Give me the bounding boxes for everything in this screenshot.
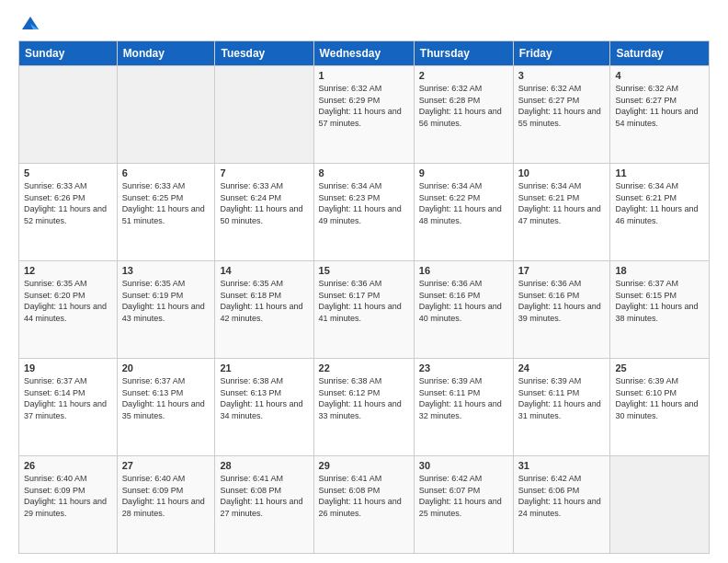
weekday-header-saturday: Saturday [610,41,710,66]
day-number: 25 [615,362,704,373]
header [18,15,710,31]
day-info: Sunrise: 6:39 AMSunset: 6:11 PMDaylight:… [518,376,601,420]
day-number: 20 [122,362,210,373]
day-number: 21 [220,362,308,373]
day-number: 9 [419,167,508,178]
day-number: 5 [24,167,112,178]
day-cell: 24 Sunrise: 6:39 AMSunset: 6:11 PMDaylig… [513,359,610,456]
day-cell: 14 Sunrise: 6:35 AMSunset: 6:18 PMDaylig… [215,261,313,359]
day-number: 27 [122,460,210,471]
day-cell: 27 Sunrise: 6:40 AMSunset: 6:09 PMDaylig… [117,456,215,554]
day-info: Sunrise: 6:33 AMSunset: 6:24 PMDaylight:… [220,181,302,225]
day-cell: 11 Sunrise: 6:34 AMSunset: 6:21 PMDaylig… [610,164,710,261]
day-info: Sunrise: 6:40 AMSunset: 6:09 PMDaylight:… [122,474,205,518]
day-number: 13 [122,265,210,276]
day-number: 4 [615,70,704,81]
day-number: 19 [24,362,112,373]
weekday-header-monday: Monday [117,41,215,66]
day-cell: 5 Sunrise: 6:33 AMSunset: 6:26 PMDayligh… [19,164,118,261]
day-cell: 6 Sunrise: 6:33 AMSunset: 6:25 PMDayligh… [117,164,215,261]
day-cell: 28 Sunrise: 6:41 AMSunset: 6:08 PMDaylig… [215,456,313,554]
day-info: Sunrise: 6:42 AMSunset: 6:06 PMDaylight:… [518,474,601,518]
day-info: Sunrise: 6:38 AMSunset: 6:12 PMDaylight:… [319,376,402,420]
day-info: Sunrise: 6:40 AMSunset: 6:09 PMDaylight:… [24,474,107,518]
day-number: 29 [319,460,409,471]
day-cell: 30 Sunrise: 6:42 AMSunset: 6:07 PMDaylig… [414,456,513,554]
day-number: 22 [319,362,409,373]
day-info: Sunrise: 6:34 AMSunset: 6:23 PMDaylight:… [319,181,402,225]
weekday-header-sunday: Sunday [19,41,118,66]
day-info: Sunrise: 6:39 AMSunset: 6:11 PMDaylight:… [419,376,502,420]
day-cell: 23 Sunrise: 6:39 AMSunset: 6:11 PMDaylig… [414,359,513,456]
day-cell: 8 Sunrise: 6:34 AMSunset: 6:23 PMDayligh… [313,164,414,261]
day-cell: 29 Sunrise: 6:41 AMSunset: 6:08 PMDaylig… [313,456,414,554]
day-number: 15 [319,265,409,276]
day-cell: 12 Sunrise: 6:35 AMSunset: 6:20 PMDaylig… [19,261,118,359]
weekday-header-friday: Friday [513,41,610,66]
day-number: 24 [518,362,606,373]
day-number: 2 [419,70,508,81]
day-cell: 9 Sunrise: 6:34 AMSunset: 6:22 PMDayligh… [414,164,513,261]
day-cell: 13 Sunrise: 6:35 AMSunset: 6:19 PMDaylig… [117,261,215,359]
svg-marker-0 [22,17,39,29]
day-number: 18 [615,265,704,276]
day-number: 11 [615,167,704,178]
day-cell: 3 Sunrise: 6:32 AMSunset: 6:27 PMDayligh… [513,66,610,164]
day-info: Sunrise: 6:36 AMSunset: 6:16 PMDaylight:… [419,279,502,323]
day-cell: 26 Sunrise: 6:40 AMSunset: 6:09 PMDaylig… [19,456,118,554]
day-cell: 20 Sunrise: 6:37 AMSunset: 6:13 PMDaylig… [117,359,215,456]
day-cell: 1 Sunrise: 6:32 AMSunset: 6:29 PMDayligh… [313,66,414,164]
day-info: Sunrise: 6:37 AMSunset: 6:14 PMDaylight:… [24,376,107,420]
weekday-header-thursday: Thursday [414,41,513,66]
day-info: Sunrise: 6:35 AMSunset: 6:18 PMDaylight:… [220,279,302,323]
logo [18,15,40,31]
day-number: 12 [24,265,112,276]
day-info: Sunrise: 6:37 AMSunset: 6:15 PMDaylight:… [615,279,698,323]
day-info: Sunrise: 6:34 AMSunset: 6:22 PMDaylight:… [419,181,502,225]
page: SundayMondayTuesdayWednesdayThursdayFrid… [0,0,728,563]
day-number: 28 [220,460,308,471]
day-info: Sunrise: 6:39 AMSunset: 6:10 PMDaylight:… [615,376,698,420]
day-number: 30 [419,460,508,471]
day-cell: 17 Sunrise: 6:36 AMSunset: 6:16 PMDaylig… [513,261,610,359]
day-info: Sunrise: 6:32 AMSunset: 6:27 PMDaylight:… [615,84,698,128]
day-number: 17 [518,265,606,276]
day-number: 16 [419,265,508,276]
logo-text [18,15,40,31]
week-row-1: 1 Sunrise: 6:32 AMSunset: 6:29 PMDayligh… [19,66,710,164]
day-number: 7 [220,167,308,178]
day-info: Sunrise: 6:36 AMSunset: 6:17 PMDaylight:… [319,279,402,323]
day-info: Sunrise: 6:33 AMSunset: 6:26 PMDaylight:… [24,181,107,225]
weekday-header-wednesday: Wednesday [313,41,414,66]
week-row-2: 5 Sunrise: 6:33 AMSunset: 6:26 PMDayligh… [19,164,710,261]
day-info: Sunrise: 6:38 AMSunset: 6:13 PMDaylight:… [220,376,302,420]
day-info: Sunrise: 6:42 AMSunset: 6:07 PMDaylight:… [419,474,502,518]
weekday-header-tuesday: Tuesday [215,41,313,66]
day-info: Sunrise: 6:36 AMSunset: 6:16 PMDaylight:… [518,279,601,323]
day-cell: 2 Sunrise: 6:32 AMSunset: 6:28 PMDayligh… [414,66,513,164]
day-info: Sunrise: 6:35 AMSunset: 6:20 PMDaylight:… [24,279,107,323]
day-info: Sunrise: 6:35 AMSunset: 6:19 PMDaylight:… [122,279,205,323]
day-cell: 25 Sunrise: 6:39 AMSunset: 6:10 PMDaylig… [610,359,710,456]
day-cell [19,66,118,164]
day-cell: 19 Sunrise: 6:37 AMSunset: 6:14 PMDaylig… [19,359,118,456]
day-cell: 31 Sunrise: 6:42 AMSunset: 6:06 PMDaylig… [513,456,610,554]
day-info: Sunrise: 6:32 AMSunset: 6:29 PMDaylight:… [319,84,402,128]
day-info: Sunrise: 6:41 AMSunset: 6:08 PMDaylight:… [319,474,402,518]
day-number: 26 [24,460,112,471]
day-cell: 16 Sunrise: 6:36 AMSunset: 6:16 PMDaylig… [414,261,513,359]
day-info: Sunrise: 6:33 AMSunset: 6:25 PMDaylight:… [122,181,205,225]
day-info: Sunrise: 6:34 AMSunset: 6:21 PMDaylight:… [615,181,698,225]
day-cell [610,456,710,554]
calendar: SundayMondayTuesdayWednesdayThursdayFrid… [18,40,710,554]
day-info: Sunrise: 6:32 AMSunset: 6:28 PMDaylight:… [419,84,502,128]
day-cell: 15 Sunrise: 6:36 AMSunset: 6:17 PMDaylig… [313,261,414,359]
day-number: 10 [518,167,606,178]
day-number: 14 [220,265,308,276]
day-info: Sunrise: 6:41 AMSunset: 6:08 PMDaylight:… [220,474,302,518]
day-cell: 10 Sunrise: 6:34 AMSunset: 6:21 PMDaylig… [513,164,610,261]
day-cell [215,66,313,164]
weekday-header-row: SundayMondayTuesdayWednesdayThursdayFrid… [19,41,710,66]
week-row-4: 19 Sunrise: 6:37 AMSunset: 6:14 PMDaylig… [19,359,710,456]
day-cell: 21 Sunrise: 6:38 AMSunset: 6:13 PMDaylig… [215,359,313,456]
